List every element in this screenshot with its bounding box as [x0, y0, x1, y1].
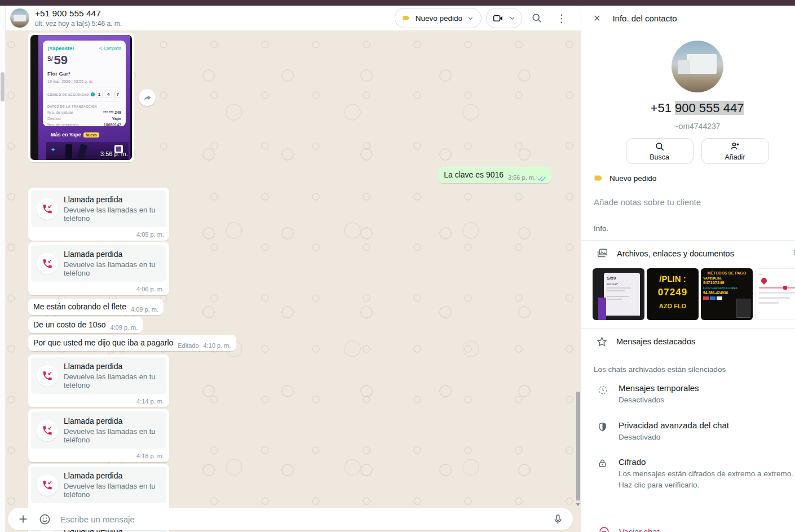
message-text: La clave es 9016: [444, 170, 504, 179]
attach-plus-icon[interactable]: [17, 513, 29, 525]
media-files-label: Archivos, enlaces y documentos: [617, 249, 734, 258]
chat-column: +51 900 555 447 últ. vez hoy a la(s) 5:4…: [6, 6, 581, 532]
message-row: Por que usted me dijo que iba a pagarloE…: [28, 335, 551, 351]
missed-call-icon: [37, 420, 58, 441]
search-in-chat-button[interactable]: Busca: [626, 138, 694, 164]
call-subtitle: Devuelve las llamadas en tu teléfono: [64, 206, 161, 223]
shield-icon: [597, 422, 610, 443]
call-title: Llamada perdida: [64, 471, 161, 480]
message-time: 4:10 p. m.: [204, 342, 231, 349]
media-thumbnails: S/59 Flor Gar* /PLIN : 07249 AZO FLO MÉT…: [581, 267, 795, 328]
setting-subtitle: Desactivados: [619, 394, 699, 406]
notes-placeholder[interactable]: Añade notas sobre tu cliente: [594, 197, 795, 207]
phone-screen: ¡Yapeaste! Compartir S/ 59: [38, 35, 130, 160]
header-contact[interactable]: +51 900 555 447 últ. vez hoy a la(s) 5:4…: [35, 8, 395, 28]
chat-scrollbar[interactable]: [576, 392, 580, 500]
media-files-icon: [596, 247, 608, 260]
image-message[interactable]: ¡Yapeaste! Compartir S/ 59: [28, 33, 134, 162]
thumbnail-tracking[interactable]: —: [755, 268, 795, 320]
message-row: La clave es 90163:56 p. m.: [28, 167, 551, 183]
media-files-row[interactable]: Archivos, enlaces y documentos 1: [581, 241, 795, 267]
message-time: 4:09 p. m.: [131, 306, 158, 313]
message-text: De un costo de 10so: [33, 320, 105, 329]
incoming-message[interactable]: De un costo de 10so4:09 p. m.: [28, 317, 143, 333]
receipt-payee: Flor Gar*: [47, 70, 121, 77]
incoming-message[interactable]: Por que usted me dijo que iba a pagarloE…: [28, 335, 236, 351]
minus-circle-icon: [598, 526, 610, 532]
add-contact-button[interactable]: Añadir: [701, 138, 769, 164]
edited-label: Editado: [178, 342, 198, 349]
media-count: 1: [792, 249, 795, 257]
transaction-label: DATOS DE LA TRANSACCIÓN: [47, 105, 121, 108]
call-title: Llamada perdida: [64, 195, 161, 204]
missed-call-icon: [37, 475, 58, 496]
contact-info-panel: ✕ Info. del contacto +51 900 555 447 ~om…: [581, 6, 795, 532]
call-subtitle: Devuelve las llamadas en tu teléfono: [64, 427, 161, 444]
mic-icon[interactable]: [552, 513, 564, 525]
forward-button[interactable]: [139, 89, 156, 106]
disappearing-messages-row[interactable]: Mensajes temporales Desactivados: [581, 376, 795, 413]
receipt-amount: 59: [54, 54, 67, 66]
call-title: Llamada perdida: [64, 416, 161, 425]
search-icon[interactable]: [527, 8, 547, 28]
thumbnail-plin-number[interactable]: /PLIN : 07249 AZO FLO: [647, 268, 699, 320]
missed-call-message[interactable]: Llamada perdida Devuelve las llamadas en…: [28, 242, 169, 295]
encryption-row[interactable]: Cifrado Los mensajes están cifrados de e…: [581, 450, 795, 498]
chat-header: +51 900 555 447 últ. vez hoy a la(s) 5:4…: [6, 6, 581, 30]
message-time: 4:05 p. m.: [31, 227, 166, 240]
security-digits: 147: [96, 91, 121, 98]
order-tag-label: Nuevo pedido: [610, 174, 656, 183]
missed-call-message[interactable]: Llamada perdida Devuelve las llamadas en…: [28, 188, 169, 241]
message-composer: Escribe un mensaje: [8, 508, 573, 530]
message-row: Llamada perdida Devuelve las llamadas en…: [28, 409, 551, 462]
message-row: Llamada perdida Devuelve las llamadas en…: [28, 188, 551, 241]
incoming-message[interactable]: Me están cobrando el flete4:09 p. m.: [28, 299, 164, 315]
video-camera-icon: [492, 12, 504, 24]
emoji-icon[interactable]: [38, 513, 51, 526]
contact-actions: Busca Añadir: [581, 138, 795, 164]
thumbnail-payment-methods[interactable]: MÉTODOS DE PAGO YAPE/PLIN: 947107249 FLO…: [701, 268, 753, 320]
clear-chat-row[interactable]: Vaciar chat: [581, 516, 795, 532]
message-row: ¡Yapeaste! Compartir S/ 59: [28, 33, 551, 162]
message-time: 4:14 p. m.: [31, 394, 166, 406]
star-icon: [596, 336, 608, 348]
outgoing-message[interactable]: La clave es 90163:56 p. m.: [439, 167, 551, 183]
panel-header: ✕ Info. del contacto: [581, 6, 795, 30]
message-text: Me están cobrando el flete: [33, 302, 126, 311]
scroll-down-arrow[interactable]: [576, 503, 580, 506]
setting-subtitle: Desactivado: [619, 432, 729, 443]
order-label-button[interactable]: Nuevo pedido: [395, 8, 482, 28]
advanced-privacy-row[interactable]: Privacidad avanzada del chat Desactivado: [581, 413, 795, 450]
contact-name: +51 900 555 447: [35, 8, 395, 19]
yape-receipt-image: ¡Yapeaste! Compartir S/ 59: [30, 35, 132, 160]
last-seen-text: últ. vez hoy a la(s) 5:46 a. m.: [35, 20, 395, 28]
message-text: Por que usted me dijo que iba a pagarlo: [33, 338, 173, 347]
window-top-strip: [0, 0, 795, 6]
message-row: Me están cobrando el flete4:09 p. m.: [28, 299, 551, 315]
thumbnail-yape-receipt[interactable]: S/59 Flor Gar*: [593, 268, 644, 320]
message-input[interactable]: Escribe un mensaje: [60, 515, 543, 524]
missed-call-icon: [37, 198, 58, 220]
selected-text-highlight: 900 555 447: [675, 101, 744, 115]
receipt-date: 19 mar. 2026 | 03:55 p. m.: [47, 79, 121, 87]
panel-title: Info. del contacto: [612, 14, 677, 23]
missed-call-icon: [37, 253, 58, 274]
receipt-footer: Más en Yape Nuevo: [51, 132, 99, 138]
chevron-down-icon: [509, 15, 516, 22]
contact-avatar-large[interactable]: [672, 41, 723, 92]
contact-avatar-small[interactable]: [10, 8, 29, 28]
call-title: Llamada perdida: [64, 250, 161, 259]
missed-call-message[interactable]: Llamada perdida Devuelve las llamadas en…: [28, 354, 169, 407]
order-tag-row[interactable]: Nuevo pedido: [594, 173, 795, 183]
starred-messages-row[interactable]: Mensajes destacados: [581, 329, 795, 354]
call-subtitle: Devuelve las llamadas en tu teléfono: [64, 260, 161, 277]
timer-icon: [597, 384, 610, 406]
contact-username: ~om4744237: [581, 122, 795, 131]
left-scrollbar[interactable]: [1, 72, 5, 101]
close-icon[interactable]: ✕: [593, 13, 600, 24]
menu-kebab-icon[interactable]: ⋮: [551, 8, 572, 28]
video-call-button[interactable]: [486, 8, 522, 28]
person-add-icon: [730, 141, 740, 152]
share-link: Compartir: [99, 46, 121, 50]
missed-call-message[interactable]: Llamada perdida Devuelve las llamadas en…: [28, 409, 169, 462]
